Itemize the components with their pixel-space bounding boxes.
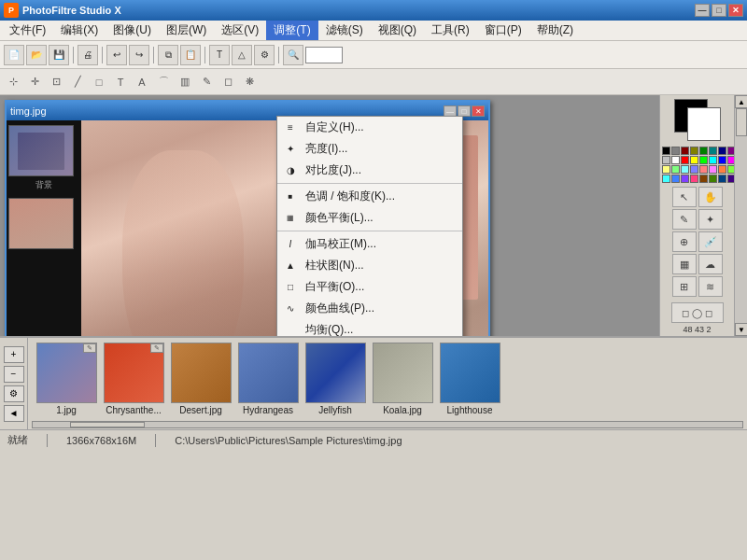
- palette-color[interactable]: [662, 175, 670, 183]
- palette-color[interactable]: [709, 175, 717, 183]
- palette-color[interactable]: [671, 156, 680, 164]
- palette-color[interactable]: [662, 156, 670, 164]
- menu-layer[interactable]: 图层(W): [159, 21, 214, 40]
- clone-tool[interactable]: ⊞: [672, 276, 697, 297]
- palette-color[interactable]: [681, 147, 689, 155]
- thumbnail-item[interactable]: Lighthouse: [437, 341, 502, 417]
- smudge-tool[interactable]: ≋: [698, 276, 723, 297]
- iw-close[interactable]: ✕: [472, 105, 485, 117]
- menu-file[interactable]: 文件(F): [2, 21, 53, 40]
- menu-item-brightness[interactable]: ✦ 亮度(I)...: [277, 138, 462, 160]
- redo-button[interactable]: ↪: [129, 45, 149, 65]
- palette-color[interactable]: [690, 156, 698, 164]
- thumb-prev-button[interactable]: ◄: [4, 405, 24, 422]
- menu-edit[interactable]: 编辑(X): [53, 21, 106, 40]
- palette-color[interactable]: [681, 175, 689, 183]
- palette-color[interactable]: [718, 156, 726, 164]
- palette-color[interactable]: [690, 165, 698, 174]
- pencil-tool[interactable]: ✎: [672, 209, 697, 230]
- foreground-color-box[interactable]: [687, 107, 721, 141]
- text-tool-2[interactable]: T: [111, 73, 130, 91]
- menu-window[interactable]: 窗口(P): [477, 21, 529, 40]
- copy-button[interactable]: ⧉: [158, 45, 178, 65]
- thumb-scroll-thumb[interactable]: [70, 422, 145, 427]
- move-tool[interactable]: ✛: [25, 73, 44, 91]
- thumbnail-item[interactable]: Jellyfish: [303, 341, 368, 417]
- menu-item-curves[interactable]: ∿ 颜色曲线(P)...: [277, 298, 462, 319]
- thumbnail-item[interactable]: Desert.jpg: [168, 341, 233, 417]
- zoom-in-button[interactable]: 🔍: [283, 45, 303, 65]
- undo-button[interactable]: ↩: [106, 45, 127, 65]
- brush-tool[interactable]: ✎: [197, 73, 216, 91]
- magic-tool[interactable]: ✦: [698, 209, 723, 230]
- palette-color[interactable]: [709, 147, 717, 155]
- film-thumb-1[interactable]: [8, 125, 74, 176]
- thumb-settings-button[interactable]: ⚙: [4, 385, 24, 402]
- zoom-input[interactable]: 36%: [305, 47, 343, 63]
- text-button[interactable]: T: [209, 45, 230, 65]
- menu-item-histogram[interactable]: ▲ 柱状图(N)...: [277, 255, 462, 276]
- film-thumb-2[interactable]: [8, 198, 74, 249]
- palette-color[interactable]: [709, 165, 717, 174]
- palette-color[interactable]: [662, 165, 670, 174]
- scroll-thumb[interactable]: [736, 108, 747, 136]
- gradient-tool[interactable]: ▦: [672, 254, 697, 274]
- palette-color[interactable]: [699, 147, 708, 155]
- palette-color[interactable]: [681, 156, 689, 164]
- palette-color[interactable]: [699, 165, 708, 174]
- line-tool[interactable]: ╱: [68, 73, 87, 91]
- menu-tools[interactable]: 工具(R): [424, 21, 477, 40]
- crop-tool[interactable]: ⊡: [47, 73, 65, 91]
- eyedrop-tool[interactable]: 💉: [698, 231, 723, 252]
- new-button[interactable]: 📄: [4, 45, 24, 65]
- close-button[interactable]: ✕: [728, 4, 743, 17]
- bucket-tool[interactable]: ⊕: [672, 231, 697, 252]
- menu-item-custom[interactable]: ≡ 自定义(H)...: [277, 117, 462, 138]
- scroll-track[interactable]: [735, 108, 747, 323]
- stamp-tool[interactable]: ❋: [240, 73, 259, 91]
- select-tool[interactable]: ⊹: [4, 73, 22, 91]
- thumbnail-item[interactable]: ✎1.jpg: [34, 341, 99, 417]
- menu-select[interactable]: 选区(V): [214, 21, 266, 40]
- print-button[interactable]: 🖨: [78, 45, 98, 65]
- minimize-button[interactable]: —: [695, 4, 710, 17]
- menu-item-hue[interactable]: ■ 色调 / 饱和度(K)...: [277, 186, 462, 207]
- palette-color[interactable]: [699, 156, 708, 164]
- eraser-tool[interactable]: ◻: [218, 73, 237, 91]
- menu-item-contrast[interactable]: ◑ 对比度(J)...: [277, 160, 462, 181]
- thumb-remove-button[interactable]: −: [4, 366, 24, 383]
- thumbnail-item[interactable]: Koala.jpg: [370, 341, 435, 417]
- cursor-tool[interactable]: ↖: [672, 187, 697, 207]
- menu-image[interactable]: 图像(U): [106, 21, 159, 40]
- palette-color[interactable]: [718, 165, 726, 174]
- fill-tool[interactable]: ▥: [176, 73, 194, 91]
- save-button[interactable]: 💾: [49, 45, 69, 65]
- maximize-button[interactable]: □: [712, 4, 726, 17]
- palette-color[interactable]: [718, 147, 726, 155]
- palette-color[interactable]: [699, 175, 708, 183]
- scroll-down-button[interactable]: ▼: [735, 323, 747, 336]
- menu-item-equalize[interactable]: 均衡(Q)...: [277, 319, 462, 336]
- spray-tool[interactable]: ☁: [698, 254, 723, 274]
- palette-color[interactable]: [671, 165, 680, 174]
- thumbnail-item[interactable]: ✎Chrysanthe...: [101, 341, 166, 417]
- hand-tool[interactable]: ✋: [698, 187, 723, 207]
- curve-tool[interactable]: ⌒: [154, 73, 173, 91]
- thumbnail-item[interactable]: Hydrangeas: [235, 341, 301, 417]
- menu-item-whitebalance[interactable]: □ 白平衡(O)...: [277, 276, 462, 298]
- thumb-scroll-track[interactable]: [32, 421, 743, 428]
- palette-color[interactable]: [671, 175, 680, 183]
- menu-view[interactable]: 视图(Q): [371, 21, 424, 40]
- palette-color[interactable]: [690, 175, 698, 183]
- font-tool[interactable]: A: [133, 73, 151, 91]
- thumb-add-button[interactable]: +: [4, 346, 24, 363]
- rect-tool[interactable]: □: [90, 73, 108, 91]
- menu-adjust[interactable]: 调整(T): [266, 21, 317, 40]
- open-button[interactable]: 📂: [26, 45, 47, 65]
- paste-button[interactable]: 📋: [180, 45, 201, 65]
- palette-color[interactable]: [709, 156, 717, 164]
- canvas-area[interactable]: timg.jpg — □ ✕ 背景: [0, 95, 659, 336]
- filter-button[interactable]: ⚙: [254, 45, 275, 65]
- palette-color[interactable]: [662, 147, 670, 155]
- scroll-up-button[interactable]: ▲: [735, 95, 747, 108]
